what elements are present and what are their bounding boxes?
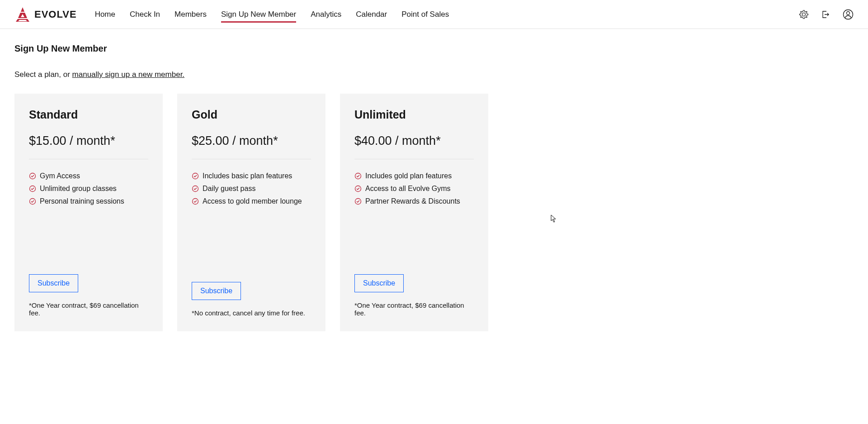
feature-text: Personal training sessions [40,197,124,205]
subscribe-button[interactable]: Subscribe [192,282,241,300]
settings-icon[interactable] [799,10,808,19]
logo-text: EVOLVE [34,9,77,20]
plan-divider [192,159,311,159]
feature-text: Access to all Evolve Gyms [365,185,451,193]
subscribe-button[interactable]: Subscribe [354,274,404,292]
check-circle-icon [29,172,36,180]
check-circle-icon [29,198,36,205]
feature-item: Access to all Evolve Gyms [354,185,474,193]
plan-fine-print: *One Year contract, $69 cancellation fee… [354,301,474,317]
logo[interactable]: EVOLVE [14,6,77,23]
plan-divider [29,159,148,159]
check-circle-icon [192,172,199,180]
card-footer: Subscribe *No contract, cancel any time … [192,282,311,317]
card-footer: Subscribe *One Year contract, $69 cancel… [354,274,474,317]
feature-item: Unlimited group classes [29,185,148,193]
check-circle-icon [354,172,362,180]
plan-price: $15.00 / month* [29,134,148,148]
nav-point-of-sales[interactable]: Point of Sales [401,2,449,27]
feature-item: Includes basic plan features [192,172,311,180]
nav-calendar[interactable]: Calendar [356,2,387,27]
check-circle-icon [354,185,362,192]
feature-item: Personal training sessions [29,197,148,205]
feature-text: Unlimited group classes [40,185,117,193]
nav-home[interactable]: Home [95,2,115,27]
header-icons [799,9,854,20]
svg-point-1 [847,11,850,14]
feature-item: Gym Access [29,172,148,180]
plan-card-standard: Standard $15.00 / month* Gym Access Unli… [14,94,163,331]
subtitle-prefix: Select a plan, or [14,70,72,79]
nav-sign-up-new-member[interactable]: Sign Up New Member [221,2,296,27]
logo-icon [14,6,31,23]
feature-text: Access to gold member lounge [203,197,302,205]
plan-name: Standard [29,108,148,121]
feature-text: Includes gold plan features [365,172,452,180]
feature-item: Includes gold plan features [354,172,474,180]
plan-name: Unlimited [354,108,474,121]
feature-item: Access to gold member lounge [192,197,311,205]
plan-cards: Standard $15.00 / month* Gym Access Unli… [14,94,854,331]
plan-features: Gym Access Unlimited group classes Perso… [29,172,148,205]
card-footer: Subscribe *One Year contract, $69 cancel… [29,274,148,317]
check-circle-icon [192,185,199,192]
plan-price: $25.00 / month* [192,134,311,148]
app-header: EVOLVE Home Check In Members Sign Up New… [0,0,868,29]
nav-members[interactable]: Members [175,2,207,27]
feature-text: Includes basic plan features [203,172,292,180]
page-content: Sign Up New Member Select a plan, or man… [0,29,868,346]
feature-item: Daily guest pass [192,185,311,193]
feature-text: Partner Rewards & Discounts [365,197,460,205]
plan-divider [354,159,474,159]
page-subtitle: Select a plan, or manually sign up a new… [14,70,854,79]
feature-text: Daily guest pass [203,185,255,193]
nav-check-in[interactable]: Check In [130,2,160,27]
plan-card-unlimited: Unlimited $40.00 / month* Includes gold … [340,94,488,331]
check-circle-icon [29,185,36,192]
logout-icon[interactable] [821,10,830,19]
manual-signup-link[interactable]: manually sign up a new member. [72,70,185,79]
check-circle-icon [192,198,199,205]
plan-fine-print: *One Year contract, $69 cancellation fee… [29,301,148,317]
check-circle-icon [354,198,362,205]
feature-item: Partner Rewards & Discounts [354,197,474,205]
user-icon[interactable] [843,9,854,20]
nav-analytics[interactable]: Analytics [311,2,341,27]
plan-card-gold: Gold $25.00 / month* Includes basic plan… [177,94,326,331]
subscribe-button[interactable]: Subscribe [29,274,78,292]
plan-features: Includes gold plan features Access to al… [354,172,474,205]
main-nav: Home Check In Members Sign Up New Member… [95,2,799,27]
feature-text: Gym Access [40,172,80,180]
page-title: Sign Up New Member [14,43,854,54]
plan-features: Includes basic plan features Daily guest… [192,172,311,205]
plan-name: Gold [192,108,311,121]
plan-price: $40.00 / month* [354,134,474,148]
plan-fine-print: *No contract, cancel any time for free. [192,309,311,317]
